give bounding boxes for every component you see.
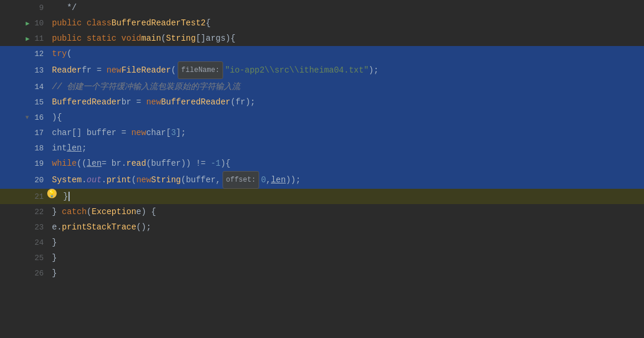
run-arrow-icon[interactable]: ▶ [25, 19, 30, 27]
table-row: 17 char[] buffer = new char[3]; [0, 125, 644, 140]
line-gutter: 25 [0, 250, 47, 265]
line-gutter: ▶11 [0, 31, 47, 46]
code-line-content: try ( [47, 46, 644, 61]
code-line-content: ){ [47, 110, 644, 125]
code-line-content: public class BufferedReaderTest2 { [47, 15, 644, 31]
code-line-content: BufferedReader br = new BufferedReader(f… [47, 94, 644, 110]
code-line-content: char[] buffer = new char[3]; [47, 125, 644, 140]
line-gutter: 18 [0, 140, 47, 156]
line-number: 14 [33, 83, 44, 91]
line-gutter: 22 [0, 204, 47, 219]
line-number: 25 [33, 254, 44, 262]
line-number: 22 [33, 208, 44, 216]
line-gutter: 17 [0, 125, 47, 140]
code-line-content: public static void main(String[] args) { [47, 31, 644, 46]
line-gutter: 21 [0, 189, 47, 204]
line-number: 10 [33, 19, 44, 28]
table-row: 12 try ( [0, 46, 644, 61]
line-number: 26 [33, 269, 44, 278]
code-line-content: Reader fr = new FileReader(fileName: "io… [47, 61, 644, 79]
code-line-content: while ((len = br.read(buffer)) != -1){ [47, 156, 644, 171]
line-number: 15 [33, 98, 44, 107]
table-row: 20 System.out.print(new String(buffer, o… [0, 171, 644, 189]
line-number: 21 [33, 192, 44, 201]
fold-gutter-line [24, 224, 31, 231]
table-row: 22 } catch (Exception e) { [0, 204, 644, 219]
line-number: 23 [33, 223, 44, 232]
lightbulb-icon[interactable]: 💡 [47, 189, 57, 198]
table-row: 15 BufferedReader br = new BufferedReade… [0, 94, 644, 110]
line-number: 24 [33, 238, 44, 247]
table-row: 14 // 创建一个字符缓冲输入流包装原始的字符输入流 [0, 79, 644, 94]
code-lines: 9 */▶10public class BufferedReaderTest2 … [0, 0, 644, 281]
fold-gutter-line [24, 160, 31, 167]
code-line-content: System.out.print(new String(buffer, offs… [47, 171, 644, 189]
fold-gutter-line [24, 99, 31, 106]
table-row: ▼16 ){ [0, 110, 644, 125]
fold-gutter-line [24, 67, 31, 74]
line-number: 17 [33, 129, 44, 137]
fold-gutter-line [24, 83, 31, 90]
code-line-content: } catch (Exception e) { [47, 204, 644, 219]
line-number: 11 [33, 34, 44, 43]
text-cursor [68, 192, 70, 201]
code-line-content: */ [47, 0, 644, 15]
line-gutter: 12 [0, 46, 47, 61]
line-number: 20 [33, 176, 44, 185]
line-gutter: ▼16 [0, 110, 47, 125]
fold-gutter-line [24, 208, 31, 215]
fold-gutter-line [24, 176, 31, 183]
table-row: 21💡 } [0, 189, 644, 204]
code-editor[interactable]: 9 */▶10public class BufferedReaderTest2 … [0, 0, 644, 338]
run-arrow-icon[interactable]: ▶ [25, 35, 30, 42]
line-number: 19 [33, 159, 44, 168]
line-gutter: 26 [0, 265, 47, 281]
fold-icon[interactable]: ▼ [24, 114, 31, 121]
fold-gutter-line [24, 239, 31, 246]
fold-gutter-line [24, 129, 31, 136]
table-row: 13 Reader fr = new FileReader(fileName: … [0, 61, 644, 79]
line-gutter: 9 [0, 0, 47, 15]
code-line-content: e.printStackTrace(); [47, 219, 644, 235]
table-row: 18 int len; [0, 140, 644, 156]
fold-gutter-line [24, 254, 31, 261]
code-line-content: } [47, 235, 644, 250]
table-row: 23 e.printStackTrace(); [0, 219, 644, 235]
code-line-content: } [58, 189, 644, 204]
line-gutter: 15 [0, 94, 47, 110]
line-number: 13 [33, 66, 44, 75]
table-row: ▶10public class BufferedReaderTest2 { [0, 15, 644, 31]
table-row: 25 } [0, 250, 644, 265]
line-gutter: 13 [0, 61, 47, 79]
fold-gutter-line [24, 50, 31, 57]
fold-gutter-line [24, 145, 31, 152]
line-gutter: 23 [0, 219, 47, 235]
code-line-content: } [47, 265, 644, 281]
code-line-content: // 创建一个字符缓冲输入流包装原始的字符输入流 [47, 79, 644, 94]
line-number: 18 [33, 144, 44, 153]
line-gutter: 14 [0, 79, 47, 94]
line-number: 12 [33, 50, 44, 58]
line-number: 9 [33, 4, 44, 12]
line-number: 16 [33, 113, 44, 122]
table-row: 26} [0, 265, 644, 281]
line-gutter: 20 [0, 171, 47, 189]
code-line-content: int len; [47, 140, 644, 156]
code-line-content: } [47, 250, 644, 265]
line-gutter: 24 [0, 235, 47, 250]
table-row: 24 } [0, 235, 644, 250]
table-row: 9 */ [0, 0, 644, 15]
line-gutter: 19 [0, 156, 47, 171]
line-gutter: ▶10 [0, 15, 47, 31]
table-row: 19 while ((len = br.read(buffer)) != -1)… [0, 156, 644, 171]
table-row: ▶11 public static void main(String[] arg… [0, 31, 644, 46]
